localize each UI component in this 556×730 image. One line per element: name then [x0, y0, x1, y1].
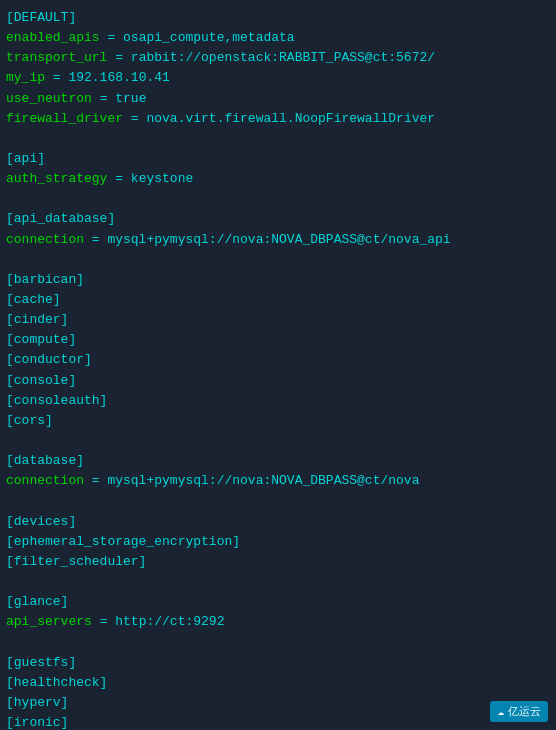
- section-header: [api]: [6, 149, 550, 169]
- config-key: auth_strategy: [6, 171, 107, 186]
- section-header: [ephemeral_storage_encryption]: [6, 532, 550, 552]
- section-header: [filter_scheduler]: [6, 552, 550, 572]
- section-header: [consoleauth]: [6, 391, 550, 411]
- empty-line: [6, 572, 550, 592]
- section-header: [hyperv]: [6, 693, 550, 713]
- config-line: enabled_apis = osapi_compute,metadata: [6, 28, 550, 48]
- section-header: [console]: [6, 371, 550, 391]
- empty-line: [6, 250, 550, 270]
- config-value: = 192.168.10.41: [45, 70, 170, 85]
- section-header: [cinder]: [6, 310, 550, 330]
- terminal-window: [DEFAULT]enabled_apis = osapi_compute,me…: [0, 0, 556, 730]
- config-value: = http://ct:9292: [92, 614, 225, 629]
- config-value: = rabbit://openstack:RABBIT_PASS@ct:5672…: [107, 50, 435, 65]
- config-line: firewall_driver = nova.virt.firewall.Noo…: [6, 109, 550, 129]
- empty-line: [6, 129, 550, 149]
- config-line: auth_strategy = keystone: [6, 169, 550, 189]
- config-value: = keystone: [107, 171, 193, 186]
- section-header: [database]: [6, 451, 550, 471]
- section-header: [guestfs]: [6, 653, 550, 673]
- config-line: connection = mysql+pymysql://nova:NOVA_D…: [6, 471, 550, 491]
- section-header: [glance]: [6, 592, 550, 612]
- empty-line: [6, 189, 550, 209]
- config-value: = mysql+pymysql://nova:NOVA_DBPASS@ct/no…: [84, 232, 451, 247]
- config-value: = nova.virt.firewall.NoopFirewallDriver: [123, 111, 435, 126]
- config-key: use_neutron: [6, 91, 92, 106]
- config-line: my_ip = 192.168.10.41: [6, 68, 550, 88]
- section-header: [compute]: [6, 330, 550, 350]
- empty-line: [6, 632, 550, 652]
- config-key: connection: [6, 473, 84, 488]
- config-key: connection: [6, 232, 84, 247]
- config-key: transport_url: [6, 50, 107, 65]
- empty-line: [6, 431, 550, 451]
- config-value: = osapi_compute,metadata: [100, 30, 295, 45]
- section-header: [healthcheck]: [6, 673, 550, 693]
- config-line: api_servers = http://ct:9292: [6, 612, 550, 632]
- section-header: [api_database]: [6, 209, 550, 229]
- config-value: = mysql+pymysql://nova:NOVA_DBPASS@ct/no…: [84, 473, 419, 488]
- config-line: use_neutron = true: [6, 89, 550, 109]
- config-line: transport_url = rabbit://openstack:RABBI…: [6, 48, 550, 68]
- watermark-icon: ☁: [497, 705, 504, 718]
- watermark-text: 亿运云: [508, 704, 541, 719]
- section-header: [cache]: [6, 290, 550, 310]
- config-key: api_servers: [6, 614, 92, 629]
- config-value: = true: [92, 91, 147, 106]
- section-header: [barbican]: [6, 270, 550, 290]
- section-header: [devices]: [6, 512, 550, 532]
- config-key: my_ip: [6, 70, 45, 85]
- config-line: connection = mysql+pymysql://nova:NOVA_D…: [6, 230, 550, 250]
- section-header: [ironic]: [6, 713, 550, 730]
- section-header: [cors]: [6, 411, 550, 431]
- empty-line: [6, 491, 550, 511]
- config-key: firewall_driver: [6, 111, 123, 126]
- section-header: [conductor]: [6, 350, 550, 370]
- section-header: [DEFAULT]: [6, 8, 550, 28]
- config-key: enabled_apis: [6, 30, 100, 45]
- watermark-badge: ☁ 亿运云: [490, 701, 548, 722]
